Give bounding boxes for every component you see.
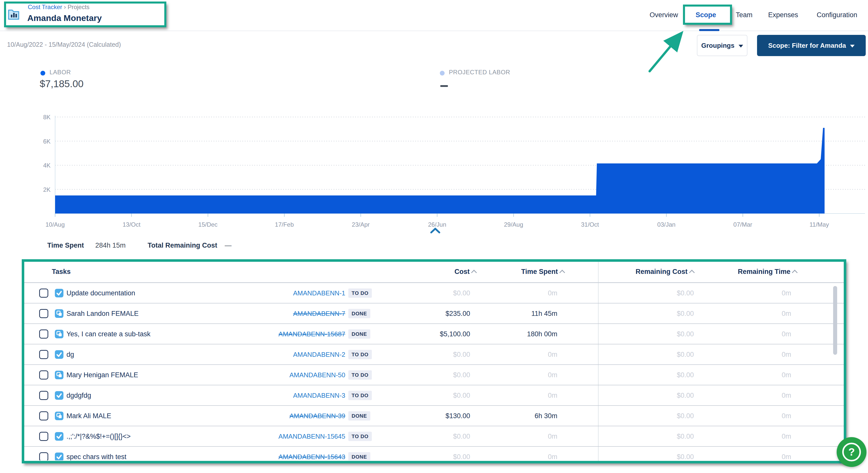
labor-total-value: $7,185.00 xyxy=(40,78,84,90)
scope-filter-button[interactable]: Scope: Filter for Amanda xyxy=(757,35,866,56)
groupings-button-label: Groupings xyxy=(701,42,734,50)
time-spent-label: Time Spent xyxy=(47,242,84,249)
x-axis-tick-label: 03/Jan xyxy=(657,221,675,228)
tab-configuration[interactable]: Configuration xyxy=(817,11,857,19)
projected-labor-empty-value xyxy=(440,85,448,87)
tab-team[interactable]: Team xyxy=(736,11,752,19)
collapse-chart-chevron-icon[interactable] xyxy=(430,227,441,234)
y-axis-tick-label: 2K xyxy=(43,186,51,193)
labor-area-series xyxy=(55,128,825,214)
x-axis-tick-label: 11/May xyxy=(810,221,829,228)
dropdown-caret-icon xyxy=(739,45,743,48)
projected-labor-legend-label: PROJECTED LABOR xyxy=(449,69,510,76)
x-axis-tick-label: 17/Feb xyxy=(275,221,294,228)
header-divider xyxy=(0,31,868,31)
annotation-box-table xyxy=(22,259,846,464)
x-axis-tick-label: 10/Aug xyxy=(45,221,65,228)
cost-tracker-page: Cost Tracker › Projects Amanda Monetary … xyxy=(0,0,868,473)
time-spent-value: 284h 15m xyxy=(95,242,126,249)
groupings-button[interactable]: Groupings xyxy=(697,35,747,56)
annotation-box-header xyxy=(4,1,166,27)
annotation-box-scope-tab xyxy=(683,5,732,25)
y-axis-tick-label: 4K xyxy=(43,162,51,169)
labor-legend-label: LABOR xyxy=(50,69,71,76)
total-remaining-cost-label: Total Remaining Cost xyxy=(148,242,217,249)
total-remaining-cost-value: — xyxy=(225,242,231,249)
active-tab-indicator xyxy=(699,29,719,31)
scope-filter-button-label: Scope: Filter for Amanda xyxy=(768,42,846,50)
annotation-arrow-to-scope xyxy=(642,28,698,78)
x-axis-tick-label: 31/Oct xyxy=(581,221,599,228)
tab-expenses[interactable]: Expenses xyxy=(768,11,798,19)
x-axis-tick-label: 29/Aug xyxy=(504,221,523,228)
labor-legend-dot xyxy=(40,71,45,75)
project-date-range: 10/Aug/2022 - 15/May/2024 (Calculated) xyxy=(7,41,121,48)
question-mark-icon: ? xyxy=(842,443,861,462)
projected-labor-legend-dot xyxy=(440,71,445,75)
x-axis-tick-label: 26/Jun xyxy=(428,221,446,228)
x-axis-tick-label: 07/Mar xyxy=(733,221,752,228)
y-axis-tick-label: 8K xyxy=(43,114,51,121)
x-axis-tick-label: 13/Oct xyxy=(123,221,141,228)
y-axis-tick-label: 6K xyxy=(43,138,51,145)
x-axis-tick-label: 15/Dec xyxy=(198,221,218,228)
help-button[interactable]: ? xyxy=(837,437,866,467)
x-axis-tick-label: 23/Apr xyxy=(352,221,370,228)
dropdown-caret-icon xyxy=(850,45,855,48)
labor-cost-area-chart: 2K4K6K8K10/Aug13/Oct15/Dec17/Feb23/Apr26… xyxy=(0,106,868,232)
tab-overview[interactable]: Overview xyxy=(650,11,678,19)
